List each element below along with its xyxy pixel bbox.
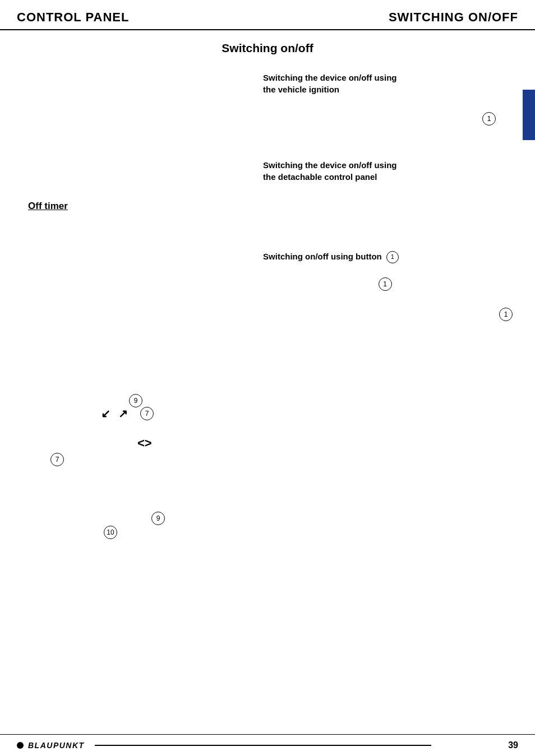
sub-circle-1-row: 1	[263, 277, 507, 291]
logo-text: BLAUPUNKT	[28, 741, 85, 750]
circle-num-7-top: 7	[140, 407, 154, 420]
off-timer-label: Off timer	[28, 201, 246, 212]
right-column: Switching the device on/off using the ve…	[257, 72, 518, 593]
footer-line	[95, 745, 431, 746]
circle-num-1-button-title: 1	[386, 251, 399, 263]
page-number: 39	[508, 740, 518, 750]
ignition-circle-row: 1	[263, 112, 518, 126]
circle-num-1-sub2: 1	[499, 308, 513, 321]
right-section-button: Switching on/off using button 1 1 1	[263, 250, 518, 321]
two-column-layout: Off timer 9 ↙ ↗ 7 <> 7	[17, 72, 518, 593]
angle-sym-text: <>	[137, 436, 152, 450]
arrows-and-circle7: ↙ ↗	[101, 407, 128, 420]
circle-num-9-bot: 9	[151, 512, 165, 525]
main-content: Switching on/off Off timer 9 ↙ ↗ 7	[0, 30, 535, 604]
circle-9-bot: 9	[151, 512, 165, 525]
arrow-down-left: ↙	[101, 407, 110, 420]
arrow-up-right: ↗	[118, 407, 128, 420]
right-col-inner: Switching the device on/off using the ve…	[263, 72, 518, 321]
section-title: Switching on/off	[17, 41, 518, 55]
circle-num-9-top: 9	[129, 394, 142, 407]
right-section-ignition: Switching the device on/off using the ve…	[263, 72, 518, 126]
circle-10: 10	[104, 526, 117, 539]
header-left-title: CONTROL PANEL	[17, 10, 129, 25]
button-circle-inline-title: 1	[386, 250, 399, 263]
circle-7-left: 7	[50, 453, 64, 466]
circle-num-1-sub1: 1	[379, 277, 392, 291]
detachable-title: Switching the device on/off using the de…	[263, 159, 518, 183]
sub-circle-2-row: 1	[263, 308, 518, 321]
button-section-title: Switching on/off using button 1	[263, 250, 518, 263]
circle-num-7-left: 7	[50, 453, 64, 466]
logo-dot	[17, 742, 24, 749]
page-footer: BLAUPUNKT 39	[0, 734, 535, 756]
left-column: Off timer 9 ↙ ↗ 7 <> 7	[17, 72, 257, 593]
footer-logo: BLAUPUNKT	[17, 741, 431, 750]
circle-num-1-ignition: 1	[482, 112, 496, 126]
ignition-title: Switching the device on/off using the ve…	[263, 72, 518, 95]
circle-9-top: 9	[129, 394, 142, 407]
circle-7-top: 7	[140, 407, 154, 420]
right-section-detachable: Switching the device on/off using the de…	[263, 159, 518, 183]
angle-symbol: <>	[137, 436, 152, 451]
page-header: CONTROL PANEL SWITCHING ON/OFF	[0, 0, 535, 30]
left-inner: Off timer 9 ↙ ↗ 7 <> 7	[17, 201, 246, 593]
circle-num-10: 10	[104, 526, 117, 539]
header-right-title: SWITCHING ON/OFF	[389, 10, 518, 25]
